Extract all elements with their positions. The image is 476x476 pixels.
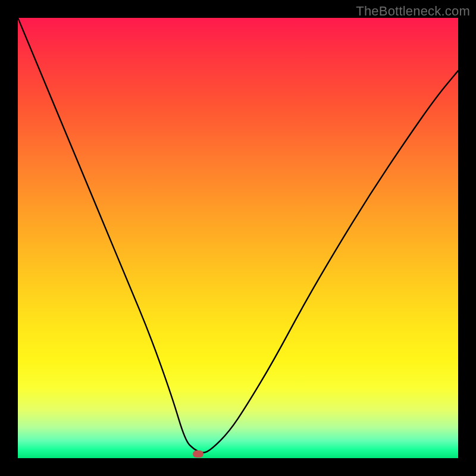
watermark-text: TheBottleneck.com (356, 4, 470, 19)
bottleneck-curve (18, 18, 458, 458)
minimum-marker-icon (193, 450, 203, 458)
chart-plot-area (18, 18, 458, 458)
